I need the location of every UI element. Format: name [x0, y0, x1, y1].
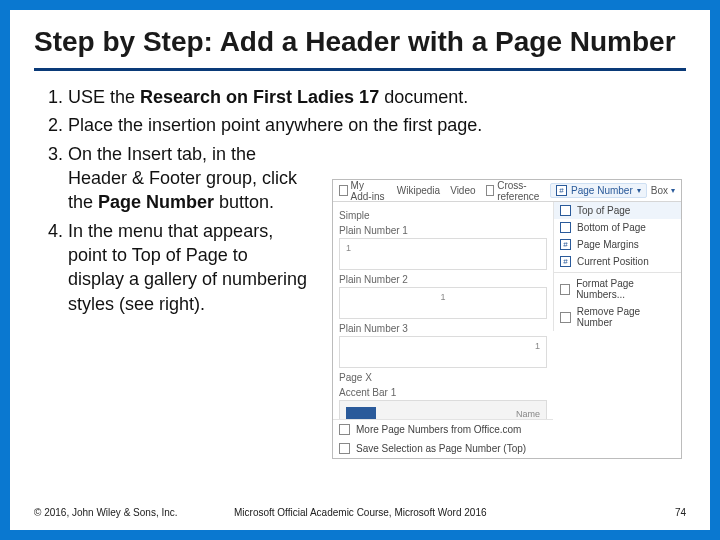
more-from-office[interactable]: More Page Numbers from Office.com [333, 420, 553, 439]
gallery-tile-plain3[interactable]: 1 [339, 336, 547, 368]
tile-number: 1 [346, 243, 351, 253]
footer-copyright: © 2016, John Wiley & Sons, Inc. [34, 507, 234, 518]
top-of-page-icon [560, 205, 571, 216]
footer-course: Microsoft Official Academic Course, Micr… [234, 507, 656, 518]
page-number-icon [556, 185, 567, 196]
gallery-group-pagex: Page X [339, 372, 547, 383]
gallery-group-simple: Simple [339, 210, 547, 221]
gallery-tile-plain1[interactable]: 1 [339, 238, 547, 270]
ribbon: My Add-ins Wikipedia Video Cross-referen… [333, 180, 681, 202]
current-position-icon [560, 256, 571, 267]
page-number-gallery: Simple Plain Number 1 1 Plain Number 2 1… [333, 202, 553, 458]
office-icon [339, 424, 350, 435]
slide-footer: © 2016, John Wiley & Sons, Inc. Microsof… [34, 497, 686, 518]
step-1-pre: USE the [68, 87, 140, 107]
ribbon-addins-label: My Add-ins [351, 180, 387, 202]
menu-format-page-numbers[interactable]: Format Page Numbers... [554, 275, 681, 303]
ribbon-box-label: Box [651, 185, 668, 196]
remove-icon [560, 312, 571, 323]
slide-frame: Step by Step: Add a Header with a Page N… [0, 0, 720, 540]
step-2: Place the insertion point anywhere on th… [68, 113, 482, 137]
save-icon [339, 443, 350, 454]
ribbon-wikipedia[interactable]: Wikipedia [397, 180, 440, 202]
gallery-tile-plain2[interactable]: 1 [339, 287, 547, 319]
bottom-of-page-icon [560, 222, 571, 233]
ribbon-box[interactable]: Box▾ [651, 185, 675, 196]
chevron-down-icon: ▾ [637, 186, 641, 195]
step-1: USE the Research on First Ladies 17 docu… [68, 85, 482, 109]
crossref-icon [486, 185, 495, 196]
tile-number: 1 [440, 292, 445, 302]
gallery-label-plain2: Plain Number 2 [339, 274, 547, 285]
ribbon-video-label: Video [450, 185, 475, 196]
step-3-bold: Page Number [98, 192, 214, 212]
menu-bottom-of-page[interactable]: Bottom of Page [554, 219, 681, 236]
menu-format-label: Format Page Numbers... [576, 278, 675, 300]
step-4-text: In the menu that appears, point to Top o… [68, 219, 308, 316]
menu-page-margins[interactable]: Page Margins [554, 236, 681, 253]
step-1-post: document. [379, 87, 468, 107]
menu-separator [554, 272, 681, 273]
title-rule [34, 68, 686, 71]
menu-margins-label: Page Margins [577, 239, 639, 250]
word-screenshot: My Add-ins Wikipedia Video Cross-referen… [332, 179, 682, 459]
gallery-label-plain1: Plain Number 1 [339, 225, 547, 236]
gallery-footer: More Page Numbers from Office.com Save S… [333, 419, 553, 458]
menu-top-label: Top of Page [577, 205, 630, 216]
menu-current-label: Current Position [577, 256, 649, 267]
page-number-label: Page Number [571, 185, 633, 196]
menu-remove-label: Remove Page Number [577, 306, 675, 328]
menu-bottom-label: Bottom of Page [577, 222, 646, 233]
page-number-button[interactable]: Page Number ▾ [550, 183, 647, 198]
slide-page: Step by Step: Add a Header with a Page N… [10, 10, 710, 530]
ribbon-crossref[interactable]: Cross-reference [486, 180, 551, 202]
menu-current-position[interactable]: Current Position [554, 253, 681, 270]
ribbon-video[interactable]: Video [450, 180, 475, 202]
page-number-menu: Top of Page Bottom of Page Page Margins … [553, 202, 681, 331]
footer-page-number: 74 [656, 507, 686, 518]
tile-number: 1 [535, 341, 540, 351]
page-margins-icon [560, 239, 571, 250]
step-3-post: button. [214, 192, 274, 212]
ribbon-wikipedia-label: Wikipedia [397, 185, 440, 196]
page-title: Step by Step: Add a Header with a Page N… [34, 26, 686, 58]
gallery-label-plain3: Plain Number 3 [339, 323, 547, 334]
chevron-down-icon: ▾ [671, 186, 675, 195]
gallery-label-accent1: Accent Bar 1 [339, 387, 547, 398]
step-1-bold: Research on First Ladies 17 [140, 87, 379, 107]
more-from-office-label: More Page Numbers from Office.com [356, 424, 521, 435]
addins-icon [339, 185, 348, 196]
save-selection[interactable]: Save Selection as Page Number (Top) [333, 439, 553, 458]
menu-remove-page-number[interactable]: Remove Page Number [554, 303, 681, 331]
save-selection-label: Save Selection as Page Number (Top) [356, 443, 526, 454]
format-icon [560, 284, 570, 295]
menu-top-of-page[interactable]: Top of Page [554, 202, 681, 219]
ribbon-addins[interactable]: My Add-ins [339, 180, 387, 202]
ribbon-crossref-label: Cross-reference [497, 180, 550, 202]
